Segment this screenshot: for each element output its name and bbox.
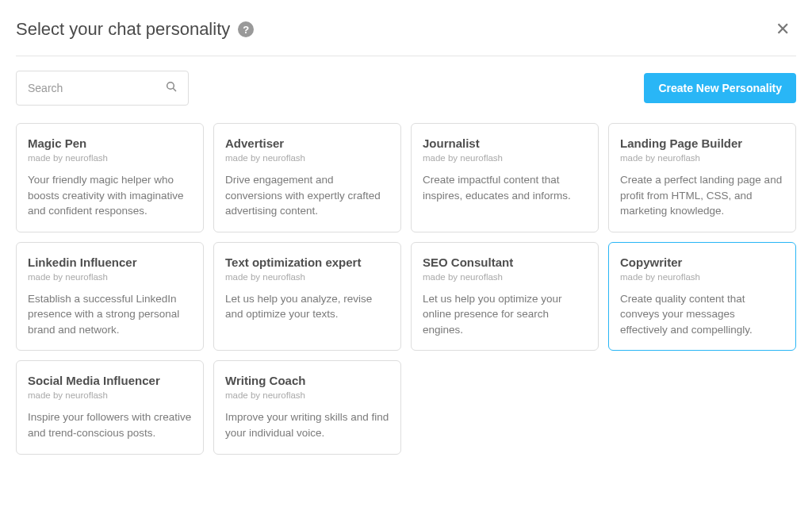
card-description: Create quality content that conveys your… xyxy=(620,291,784,338)
card-title: Magic Pen xyxy=(28,136,192,150)
personality-grid: Magic Penmade by neuroflashYour friendly… xyxy=(16,123,796,455)
card-title: Text optimization expert xyxy=(225,256,389,269)
personality-card[interactable]: Text optimization expertmade by neurofla… xyxy=(213,242,401,352)
card-description: Create a perfect landing page and profit… xyxy=(620,172,784,219)
card-title: Landing Page Builder xyxy=(620,136,784,150)
card-title: Advertiser xyxy=(225,136,389,150)
card-author: made by neuroflash xyxy=(620,153,784,163)
card-description: Establish a successful LinkedIn presence… xyxy=(28,291,192,338)
personality-card[interactable]: SEO Consultantmade by neuroflashLet us h… xyxy=(411,242,599,352)
help-icon[interactable]: ? xyxy=(238,21,254,37)
card-author: made by neuroflash xyxy=(225,390,389,400)
personality-card[interactable]: Linkedin Influencermade by neuroflashEst… xyxy=(16,242,204,352)
close-icon[interactable]: ✕ xyxy=(769,16,796,43)
card-description: Let us help you optimize your online pre… xyxy=(423,291,587,338)
card-description: Let us help you analyze, revise and opti… xyxy=(225,291,389,322)
card-title: Journalist xyxy=(423,136,587,150)
personality-card[interactable]: Social Media Influencermade by neuroflas… xyxy=(16,360,204,454)
personality-card[interactable]: Copywritermade by neuroflashCreate quali… xyxy=(608,242,796,352)
card-author: made by neuroflash xyxy=(28,153,192,163)
header-left: Select your chat personality ? xyxy=(16,19,254,40)
card-description: Your friendly magic helper who boosts cr… xyxy=(28,172,192,219)
personality-card[interactable]: Magic Penmade by neuroflashYour friendly… xyxy=(16,123,204,232)
card-author: made by neuroflash xyxy=(423,153,587,163)
search-input[interactable] xyxy=(16,71,189,106)
toolbar: Create New Personality xyxy=(16,71,796,106)
card-description: Create impactful content that inspires, … xyxy=(423,172,587,203)
card-title: Writing Coach xyxy=(225,374,389,387)
personality-card[interactable]: Advertisermade by neuroflashDrive engage… xyxy=(213,123,401,232)
personality-card[interactable]: Landing Page Buildermade by neuroflashCr… xyxy=(608,123,796,232)
card-author: made by neuroflash xyxy=(28,272,192,282)
page-title: Select your chat personality xyxy=(16,19,230,40)
card-title: Copywriter xyxy=(620,256,784,269)
card-author: made by neuroflash xyxy=(225,272,389,282)
modal-header: Select your chat personality ? ✕ xyxy=(16,16,796,56)
card-title: SEO Consultant xyxy=(423,256,587,269)
search-wrap xyxy=(16,71,189,106)
card-title: Social Media Influencer xyxy=(28,374,192,387)
personality-card[interactable]: Journalistmade by neuroflashCreate impac… xyxy=(411,123,599,232)
card-description: Inspire your followers with creative and… xyxy=(28,409,192,440)
card-description: Improve your writing skills and find you… xyxy=(225,409,389,440)
card-title: Linkedin Influencer xyxy=(28,256,192,269)
personality-card[interactable]: Writing Coachmade by neuroflashImprove y… xyxy=(213,360,401,454)
create-new-personality-button[interactable]: Create New Personality xyxy=(644,73,796,103)
card-description: Drive engagement and conversions with ex… xyxy=(225,172,389,219)
card-author: made by neuroflash xyxy=(28,390,192,400)
card-author: made by neuroflash xyxy=(620,272,784,282)
card-author: made by neuroflash xyxy=(423,272,587,282)
card-author: made by neuroflash xyxy=(225,153,389,163)
